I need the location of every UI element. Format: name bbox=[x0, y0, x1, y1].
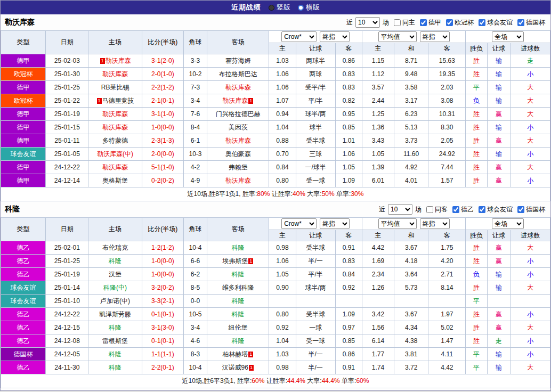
summary-label: 单率: bbox=[340, 377, 356, 385]
result-handicap: 赢 bbox=[487, 321, 511, 334]
column-header: 主场 bbox=[88, 218, 142, 241]
avg-home-odds: 2.44 bbox=[362, 94, 394, 108]
score: 3-3(2-1) bbox=[142, 295, 183, 308]
away-team-label: 科隆 bbox=[232, 297, 245, 305]
handicap-odds-header-cell: Crow*终指 bbox=[269, 218, 362, 230]
home-team-label: 科隆 bbox=[109, 257, 121, 265]
layout-radio-vertical[interactable]: 竖版 bbox=[269, 3, 290, 12]
result-handicap: 输 bbox=[487, 148, 511, 161]
near-label: 近 bbox=[346, 18, 353, 27]
match-count-select[interactable]: 10 bbox=[355, 17, 380, 28]
layout-radio-horizontal[interactable]: 横版 bbox=[298, 3, 320, 12]
ah-home-odds: 0.98 bbox=[269, 361, 296, 374]
sections-container: 勒沃库森近10场同主德甲欧冠杯球会友谊德国杯类型日期主场比分(半场)角球客场Cr… bbox=[1, 14, 550, 388]
home-team-label: 科隆 bbox=[109, 324, 121, 331]
match-count-select[interactable]: 10 bbox=[388, 204, 412, 215]
away-team-label: 勒沃库森 bbox=[225, 137, 251, 144]
euro-odds-stage-select[interactable]: 终指 bbox=[420, 31, 450, 42]
home-team-label: 勒沃库森 bbox=[102, 70, 128, 78]
avg-home-odds: 1.15 bbox=[362, 54, 394, 68]
match-date: 24-12-08 bbox=[46, 334, 88, 348]
odds-stage-select[interactable]: 终指 bbox=[320, 218, 350, 229]
result-goals: 大 bbox=[511, 108, 550, 121]
summary-label: 单率: bbox=[335, 190, 351, 198]
home-team-label: 勒沃库森 bbox=[102, 124, 128, 131]
league-filter-label: 球会友谊 bbox=[487, 205, 513, 214]
league-filter-checkbox[interactable] bbox=[479, 19, 485, 26]
home-team: 科隆 bbox=[88, 321, 142, 334]
league-filter-checkbox[interactable] bbox=[446, 19, 453, 26]
sub-column-header: 主 bbox=[269, 43, 296, 54]
home-team-label: 勒沃库森 bbox=[106, 57, 131, 64]
corners: 6-1 bbox=[183, 134, 207, 148]
home-team: 雷根斯堡 bbox=[88, 334, 142, 348]
avg-home-odds: 1.12 bbox=[362, 68, 394, 81]
same-venue-checkbox[interactable] bbox=[426, 206, 433, 213]
away-team: 科隆 bbox=[207, 308, 269, 321]
ah-home-odds: 1.05 bbox=[269, 268, 296, 281]
ah-home-odds: 0.92 bbox=[269, 321, 296, 334]
rank-badge: 1 bbox=[249, 365, 254, 371]
ah-away-odds: 0.86 bbox=[335, 348, 362, 361]
league-filter-checkbox[interactable] bbox=[517, 19, 524, 26]
result-win-draw-loss: 平 bbox=[466, 361, 487, 374]
ah-away-odds: 0.91 bbox=[335, 361, 362, 374]
ah-home-odds: 1.03 bbox=[269, 54, 296, 68]
match-row: 球会友谊25-01-14科隆(中)3-2(0-2)8-5维多利科隆0.90球半/… bbox=[1, 281, 550, 295]
ah-away-odds: 0.91 bbox=[335, 241, 362, 255]
league-type-badge: 德国杯 bbox=[1, 348, 46, 361]
avg-draw-odds: 3.58 bbox=[394, 81, 428, 94]
league-type-badge: 德甲 bbox=[1, 161, 46, 174]
home-team: 科隆(中) bbox=[88, 281, 142, 295]
home-team-label: 凯泽斯劳滕 bbox=[99, 311, 131, 318]
ah-away-odds: 1.09 bbox=[335, 308, 362, 321]
rank-badge: 1 bbox=[248, 352, 253, 357]
match-date: 25-02-01 bbox=[46, 241, 88, 255]
match-date: 25-02-03 bbox=[46, 54, 88, 68]
same-venue-checkbox[interactable] bbox=[394, 19, 401, 26]
ah-home-odds: 1.07 bbox=[269, 94, 296, 108]
avg-home-odds: 1.39 bbox=[362, 161, 394, 174]
home-team: 多特蒙德 bbox=[88, 134, 142, 148]
corners: 3-4 bbox=[183, 94, 207, 108]
corners: 4-9 bbox=[183, 174, 207, 187]
home-team: 勒沃库森(中) bbox=[88, 148, 142, 161]
match-row: 德乙24-12-22凯泽斯劳滕0-1(0-1)10-5科隆0.80受半球1.09… bbox=[1, 308, 550, 321]
same-venue-label: 同客 bbox=[435, 205, 448, 214]
ah-line: 半/一 bbox=[296, 348, 335, 361]
avg-away-odds: 3.08 bbox=[428, 94, 466, 108]
avg-home-odds: 1.05 bbox=[362, 148, 394, 161]
league-type-badge: 德甲 bbox=[1, 121, 46, 134]
league-filter-checkbox[interactable] bbox=[420, 19, 427, 26]
ah-away-odds: 0.84 bbox=[335, 268, 362, 281]
odds-company-select[interactable]: Crow* bbox=[281, 218, 317, 229]
league-filter-checkbox[interactable] bbox=[479, 206, 485, 213]
away-team: 科隆 bbox=[207, 295, 269, 308]
result-win-draw-loss: 胜 bbox=[466, 281, 487, 295]
radio-unselected-icon[interactable] bbox=[298, 5, 304, 11]
ah-line: 平/半 bbox=[296, 268, 335, 281]
euro-odds-stage-select[interactable]: 终指 bbox=[420, 218, 450, 229]
league-filter-checkbox[interactable] bbox=[452, 206, 459, 213]
odds-stage-select[interactable]: 终指 bbox=[320, 31, 350, 42]
corners: 10-4 bbox=[183, 241, 207, 255]
avg-draw-odds: 3.17 bbox=[394, 94, 428, 108]
euro-odds-source-select[interactable]: 平均值 bbox=[378, 31, 417, 42]
odds-company-select[interactable]: Crow* bbox=[281, 31, 317, 42]
sub-column-header: 客 bbox=[428, 230, 466, 241]
result-handicap: 赢 bbox=[487, 174, 511, 187]
euro-odds-source-select[interactable]: 平均值 bbox=[378, 218, 417, 229]
match-row: 德甲25-01-15勒沃库森1-0(0-0)8-4美因茨1.04球半0.851.… bbox=[1, 121, 550, 134]
league-filter-checkbox[interactable] bbox=[517, 206, 524, 213]
result-goals: 大 bbox=[511, 361, 550, 374]
score: 0-1(0-1) bbox=[142, 308, 183, 321]
result-win-draw-loss: 平 bbox=[466, 81, 487, 94]
corners: 7-6 bbox=[183, 108, 207, 121]
match-row: 德乙24-11-30科隆2-2(0-1)10-4汉诺威9610.98半/一0.9… bbox=[1, 361, 550, 374]
away-team: 布拉格斯巴达 bbox=[207, 68, 269, 81]
result-goals: 大 bbox=[511, 134, 550, 148]
radio-selected-icon[interactable] bbox=[269, 5, 274, 11]
scope-select[interactable]: 全场 bbox=[492, 218, 524, 229]
ah-line: 球半/两 bbox=[296, 281, 335, 295]
scope-select[interactable]: 全场 bbox=[492, 31, 524, 42]
